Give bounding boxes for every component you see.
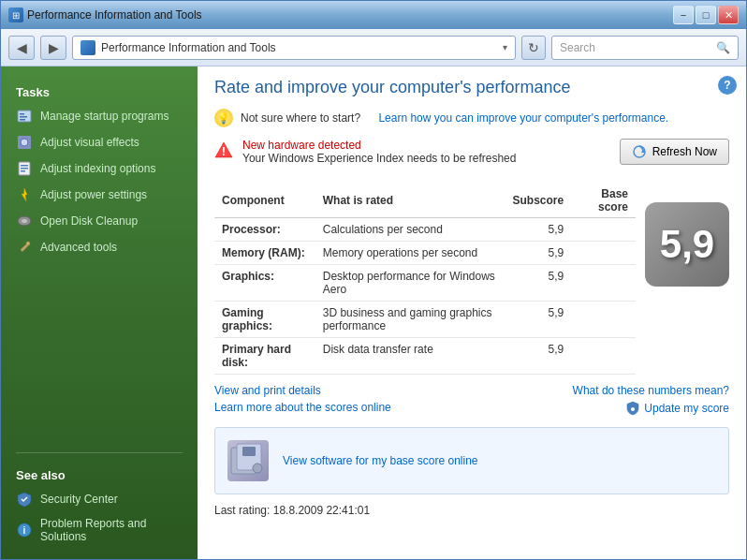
- titlebar: ⊞ Performance Information and Tools − □ …: [1, 1, 746, 29]
- close-button[interactable]: ✕: [718, 6, 739, 24]
- warning-subtitle: Your Windows Experience Index needs to b…: [242, 152, 516, 165]
- row-subscore: 5,9: [505, 218, 572, 242]
- help-button[interactable]: ?: [718, 76, 737, 95]
- sidebar-tasks-title: Tasks: [1, 78, 198, 103]
- links-row-2: Learn more about the scores online Updat…: [214, 401, 729, 416]
- svg-point-21: [631, 407, 635, 411]
- col-header-component: Component: [214, 184, 315, 218]
- svg-point-14: [26, 242, 30, 245]
- score-area: Component What is rated Subscore Base sc…: [214, 184, 729, 375]
- refresh-now-label: Refresh Now: [652, 145, 717, 158]
- toolbar-refresh-button[interactable]: ↻: [521, 36, 546, 60]
- refresh-now-button[interactable]: Refresh Now: [620, 139, 729, 165]
- sidebar-item-security-center[interactable]: Security Center: [1, 486, 198, 512]
- svg-rect-2: [20, 116, 27, 118]
- warning-section: ! New hardware detected Your Windows Exp…: [214, 139, 516, 165]
- software-link[interactable]: View software for my base score online: [283, 454, 478, 467]
- warning-title: New hardware detected: [242, 139, 516, 152]
- security-center-icon: [16, 491, 33, 508]
- address-bar[interactable]: Performance Information and Tools ▾: [72, 36, 516, 60]
- svg-point-25: [253, 464, 262, 473]
- disk-icon-shape: [227, 440, 269, 481]
- manage-startup-icon: [16, 108, 33, 125]
- row-component: Primary hard disk:: [214, 338, 315, 375]
- page-title: Rate and improve your computer's perform…: [214, 78, 729, 97]
- visual-effects-icon: [16, 134, 33, 151]
- learn-more-link[interactable]: Learn more about the scores online: [214, 401, 391, 416]
- sidebar-item-visual-effects[interactable]: Adjust visual effects: [1, 129, 198, 155]
- maximize-button[interactable]: □: [696, 6, 716, 24]
- lightbulb-icon: 💡: [214, 109, 233, 127]
- last-rating-text: Last rating: 18.8.2009 22:41:01: [214, 504, 729, 517]
- svg-rect-1: [20, 113, 24, 115]
- col-header-what-rated: What is rated: [315, 184, 505, 218]
- address-dropdown-arrow[interactable]: ▾: [503, 42, 507, 52]
- row-base-score: [571, 302, 636, 338]
- warning-header-row: ! New hardware detected Your Windows Exp…: [214, 139, 729, 174]
- row-base-score: [571, 338, 636, 375]
- sidebar-divider: [16, 452, 183, 453]
- sidebar-item-disk-cleanup[interactable]: Open Disk Cleanup: [1, 208, 198, 234]
- sidebar-label-security-center: Security Center: [40, 493, 118, 506]
- sidebar-label-indexing: Adjust indexing options: [40, 162, 155, 175]
- base-score-number: 5,9: [660, 222, 714, 267]
- titlebar-title: Performance Information and Tools: [27, 8, 202, 22]
- forward-button[interactable]: ▶: [40, 36, 66, 60]
- row-base-score: [571, 242, 636, 265]
- minimize-button[interactable]: −: [673, 6, 694, 24]
- sidebar-see-also-title: See also: [1, 461, 198, 486]
- row-what-rated: Memory operations per second: [315, 242, 505, 265]
- sidebar-item-advanced-tools[interactable]: Advanced tools: [1, 234, 198, 260]
- sidebar-item-problem-reports[interactable]: i Problem Reports and Solutions: [1, 512, 198, 548]
- sidebar-label-power-settings: Adjust power settings: [40, 188, 147, 201]
- sidebar-label-advanced-tools: Advanced tools: [40, 241, 117, 254]
- row-subscore: 5,9: [505, 302, 572, 338]
- view-print-link[interactable]: View and print details: [214, 384, 321, 397]
- svg-rect-9: [21, 170, 25, 172]
- score-table: Component What is rated Subscore Base sc…: [214, 184, 636, 375]
- back-button[interactable]: ◀: [8, 36, 35, 60]
- warning-text-block: New hardware detected Your Windows Exper…: [242, 139, 516, 165]
- score-table-wrapper: Component What is rated Subscore Base sc…: [214, 184, 636, 375]
- main-window: ⊞ Performance Information and Tools − □ …: [0, 0, 747, 560]
- disk-cleanup-icon: [16, 213, 33, 229]
- refresh-now-icon: [632, 144, 647, 159]
- svg-text:i: i: [23, 525, 26, 536]
- sidebar-item-power-settings[interactable]: Adjust power settings: [1, 182, 198, 208]
- svg-rect-7: [21, 165, 28, 167]
- score-badge: 5,9: [645, 202, 729, 287]
- indexing-icon: [16, 160, 33, 177]
- row-subscore: 5,9: [505, 338, 572, 375]
- svg-marker-10: [22, 188, 27, 201]
- row-subscore: 5,9: [505, 242, 572, 265]
- row-base-score: [571, 218, 636, 242]
- titlebar-controls: − □ ✕: [673, 6, 739, 24]
- content-panel: ? Rate and improve your computer's perfo…: [198, 66, 746, 559]
- table-row: Gaming graphics:3D business and gaming g…: [214, 302, 636, 338]
- tip-link[interactable]: Learn how you can improve your computer'…: [378, 111, 668, 125]
- address-bar-icon: [81, 40, 95, 55]
- row-what-rated: Disk data transfer rate: [315, 338, 505, 375]
- svg-text:!: !: [222, 145, 226, 158]
- sidebar-label-problem-reports: Problem Reports and Solutions: [40, 517, 183, 543]
- row-component: Gaming graphics:: [214, 302, 315, 338]
- col-header-subscore: Subscore: [505, 184, 572, 218]
- svg-point-5: [21, 139, 28, 146]
- numbers-mean-link[interactable]: What do these numbers mean?: [573, 384, 729, 397]
- row-base-score: [571, 265, 636, 302]
- row-what-rated: Calculations per second: [315, 218, 505, 242]
- sidebar-spacer: [1, 260, 198, 445]
- update-score-link[interactable]: Update my score: [644, 402, 729, 415]
- sidebar-item-indexing[interactable]: Adjust indexing options: [1, 155, 198, 182]
- table-row: Primary hard disk:Disk data transfer rat…: [214, 338, 636, 375]
- address-text: Performance Information and Tools: [101, 41, 276, 54]
- window-icon: ⊞: [8, 7, 23, 22]
- search-box[interactable]: Search 🔍: [551, 36, 739, 60]
- update-score-shield-icon: [625, 401, 640, 416]
- col-header-base-score: Base score: [571, 184, 636, 218]
- table-row: Processor:Calculations per second5,9: [214, 218, 636, 242]
- power-settings-icon: [16, 186, 33, 203]
- advanced-tools-icon: [16, 239, 33, 256]
- sidebar-item-manage-startup[interactable]: Manage startup programs: [1, 103, 198, 129]
- row-component: Graphics:: [214, 265, 315, 302]
